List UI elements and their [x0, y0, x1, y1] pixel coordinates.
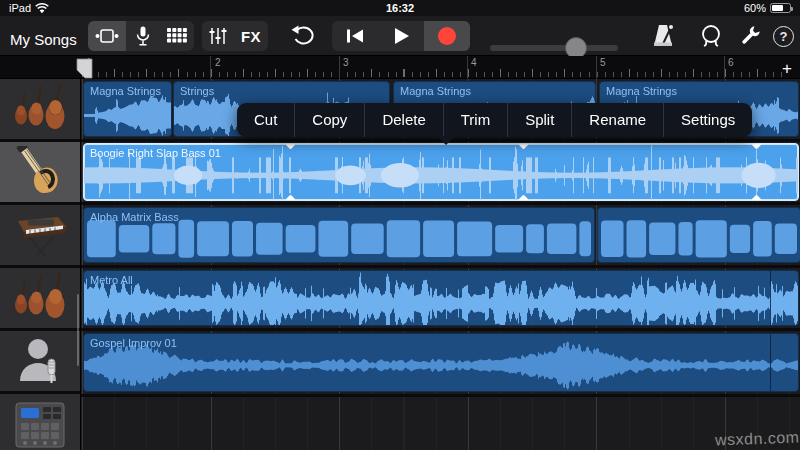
- loop-icon: [698, 24, 724, 48]
- microphone-icon: [136, 26, 150, 46]
- region-waveform: [84, 271, 798, 325]
- bar-number-5: 5: [600, 57, 606, 68]
- region-label: Alpha Matrix Bass: [90, 211, 179, 223]
- track-header-vocals[interactable]: [0, 331, 80, 394]
- song-sections-icon: [95, 29, 119, 43]
- lane-keys: Alpha Matrix Bass: [81, 205, 800, 268]
- string-section-icon: [11, 84, 69, 134]
- lane-vocals: Gospel Improv 01 .lane[data-name="lane-v…: [81, 331, 800, 397]
- ruler-ticks-beat: [82, 69, 786, 77]
- metronome-icon: [649, 24, 677, 48]
- context-menu-pointer: [437, 136, 455, 145]
- record-button[interactable]: [424, 21, 470, 51]
- status-bar: iPad 16:32 60%: [0, 0, 800, 16]
- drum-machine-icon: [10, 399, 70, 449]
- region-gospel-improv[interactable]: Gospel Improv 01: [83, 333, 799, 392]
- track-header-strings-2[interactable]: [0, 268, 80, 331]
- region-context-menu: Cut Copy Delete Trim Split Rename Settin…: [237, 103, 752, 137]
- metronome-button[interactable]: [649, 21, 677, 51]
- bar-number-2: 2: [215, 57, 221, 68]
- region-label: Magna Strings: [606, 85, 677, 97]
- battery-icon: [770, 3, 791, 13]
- playhead-marker[interactable]: [76, 58, 93, 79]
- string-section-icon: [11, 273, 69, 323]
- bass-guitar-icon: [9, 146, 71, 198]
- track-header-drums[interactable]: [0, 394, 80, 450]
- lane-bass: Boogie Right Slap Bass 01: [81, 142, 800, 205]
- watermark: wsxdn.com: [715, 429, 800, 450]
- region-magna-strings-1[interactable]: Magna Strings: [83, 81, 172, 137]
- track-controls-button[interactable]: [202, 21, 234, 51]
- region-alpha-matrix-bass-2[interactable]: [597, 207, 800, 263]
- track-header-keys[interactable]: [0, 205, 80, 268]
- smart-instrument-button[interactable]: [160, 21, 194, 51]
- battery-percent: 60%: [744, 2, 766, 14]
- track-header-sidebar: [0, 79, 80, 450]
- mixer-fx-group: FX: [202, 21, 268, 51]
- lane-strings-2: Metro All: [81, 268, 800, 331]
- menu-item-cut[interactable]: Cut: [237, 103, 294, 137]
- my-songs-button[interactable]: My Songs: [10, 24, 77, 54]
- note-grid-icon: [167, 28, 187, 44]
- faders-icon: [209, 27, 227, 45]
- menu-item-rename[interactable]: Rename: [571, 103, 663, 137]
- menu-item-trim[interactable]: Trim: [443, 103, 507, 137]
- region-label: Boogie Right Slap Bass 01: [90, 147, 221, 159]
- track-header-strings-1[interactable]: [0, 79, 80, 142]
- region-metro-all[interactable]: Metro All: [83, 270, 799, 326]
- play-button[interactable]: [378, 21, 424, 51]
- play-icon: [393, 27, 410, 45]
- keyboard-icon: [10, 209, 70, 261]
- help-button[interactable]: ?: [773, 21, 794, 51]
- help-icon: ?: [773, 26, 794, 47]
- device-label: iPad: [9, 2, 31, 14]
- add-bars-button[interactable]: +: [778, 59, 796, 79]
- region-boundary: [770, 334, 771, 391]
- vocal-mic-icon: [12, 335, 68, 387]
- region-label: Gospel Improv 01: [90, 337, 177, 349]
- region-boogie-bass-selected[interactable]: Boogie Right Slap Bass 01: [83, 143, 799, 201]
- song-settings-button[interactable]: [738, 21, 762, 51]
- bar-number-4: 4: [471, 57, 477, 68]
- undo-icon: [290, 25, 316, 47]
- record-audio-button[interactable]: [126, 21, 160, 51]
- fx-label: FX: [241, 28, 261, 45]
- skip-to-start-icon: [345, 28, 365, 44]
- track-header-bass[interactable]: [0, 142, 80, 205]
- loop-browser-button[interactable]: [698, 21, 724, 51]
- main-toolbar: My Songs: [0, 16, 800, 56]
- bar-ruler[interactable]: 1 2 3 4 5 6 +: [0, 56, 800, 79]
- go-to-beginning-button[interactable]: [332, 21, 378, 51]
- transport-group: [332, 21, 470, 51]
- menu-item-settings[interactable]: Settings: [663, 103, 752, 137]
- menu-item-delete[interactable]: Delete: [364, 103, 442, 137]
- song-sections-button[interactable]: [88, 21, 126, 51]
- region-boundary: [770, 271, 771, 325]
- region-label: Magna Strings: [400, 85, 471, 97]
- wifi-icon: [35, 3, 49, 14]
- menu-item-split[interactable]: Split: [507, 103, 571, 137]
- region-label: Strings: [180, 85, 214, 97]
- menu-item-copy[interactable]: Copy: [294, 103, 364, 137]
- bar-number-6: 6: [728, 57, 734, 68]
- wrench-icon: [738, 24, 762, 48]
- region-label: Magna Strings: [90, 85, 161, 97]
- view-switch-group: [88, 21, 194, 51]
- region-waveform: [84, 334, 798, 391]
- fx-button[interactable]: FX: [234, 21, 268, 51]
- clock: 16:32: [386, 2, 414, 14]
- region-label: Metro All: [90, 274, 133, 286]
- bar-number-3: 3: [343, 57, 349, 68]
- garageband-tracks-view: iPad 16:32 60% My Songs: [0, 0, 800, 450]
- region-waveform: [598, 208, 800, 262]
- undo-button[interactable]: [290, 21, 316, 51]
- record-icon: [438, 27, 456, 45]
- volume-track[interactable]: [490, 45, 618, 51]
- lane-drums-empty[interactable]: [81, 397, 800, 450]
- sidebar-scroll-indicator: [77, 294, 79, 366]
- region-alpha-matrix-bass[interactable]: Alpha Matrix Bass: [83, 207, 595, 263]
